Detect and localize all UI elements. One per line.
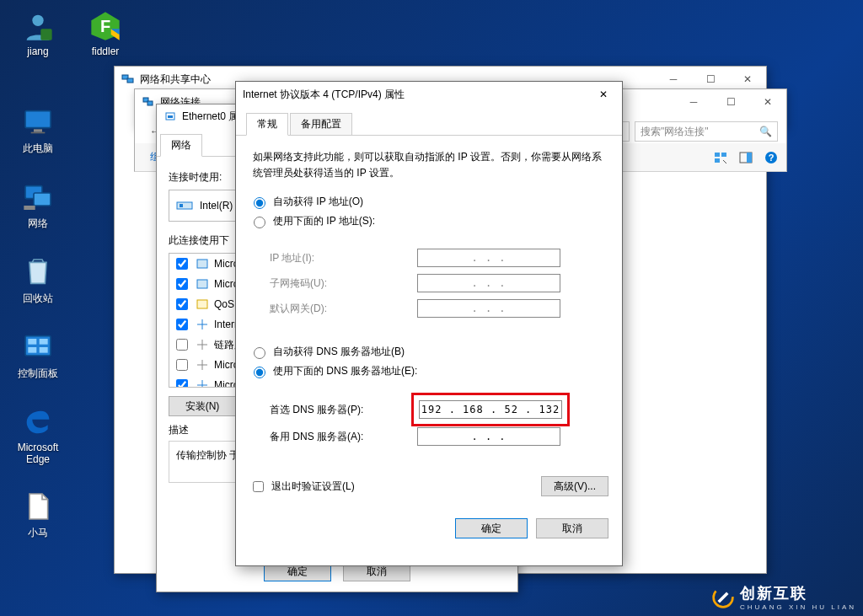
protocol-icon [196,297,209,311]
svg-rect-29 [168,115,173,118]
protocol-icon [196,338,209,351]
svg-rect-20 [147,101,153,105]
svg-rect-3 [34,129,42,131]
w2-maximize[interactable]: ☐ [712,89,749,115]
desktop-icon-edge[interactable]: Microsoft Edge [8,404,67,465]
protocol-icon [196,277,209,291]
protocol-icon [196,257,209,271]
tab-general[interactable]: 常规 [246,113,288,136]
protocol-icon [196,358,209,372]
watermark-title: 创新互联 [740,583,856,603]
network-conn-icon [142,95,155,109]
label-validate: 退出时验证设置(L) [271,479,355,494]
svg-text:F: F [100,17,110,35]
w2-close[interactable]: ✕ [749,89,786,115]
network-center-icon [121,72,135,86]
desktop-icon-file[interactable]: 小马 [8,489,67,540]
w3-title: Ethernet0 属 [182,110,239,124]
help-icon[interactable]: ? [764,151,778,164]
recycle-icon [21,255,55,289]
desktop-icons-col1: jiang 此电脑 网络 回收站 控制面板 Microsoft Edge 小马 [8,8,67,540]
checkbox-validate[interactable] [253,481,264,492]
w4-ok-button[interactable]: 确定 [455,518,528,538]
svg-rect-25 [747,153,752,163]
label-dns-auto: 自动获得 DNS 服务器地址(B) [273,345,405,359]
svg-rect-4 [31,132,46,134]
svg-rect-2 [25,111,51,128]
svg-rect-6 [34,193,51,206]
desktop-icon-network[interactable]: 网络 [8,179,67,231]
label-subnet: 子网掩码(U): [270,276,417,291]
fiddler-icon: F [88,9,122,43]
ip-info-text: 如果网络支持此功能，则可以获取自动指派的 IP 设置。否则，你需要从网络系统管理… [253,149,605,181]
svg-rect-11 [28,347,36,353]
svg-text:?: ? [769,153,775,163]
input-dns-alt[interactable]: . . . [417,427,560,446]
file-icon [21,490,55,523]
w4-titlebar[interactable]: Internet 协议版本 4 (TCP/IPv4) 属性 ✕ [236,82,622,107]
svg-rect-10 [40,339,48,345]
svg-rect-21 [715,153,720,157]
input-gateway: . . . [417,299,560,318]
input-subnet: . . . [417,274,560,292]
w2-minimize[interactable]: ─ [675,89,712,115]
w4-body: 如果网络支持此功能，则可以获取自动指派的 IP 设置。否则，你需要从网络系统管理… [236,136,622,552]
watermark: 创新互联 CHUANG XIN HU LIAN [711,583,856,611]
radio-dns-auto[interactable] [254,347,265,359]
svg-rect-12 [40,347,48,353]
svg-rect-31 [180,204,183,207]
w4-title: Internet 协议版本 4 (TCP/IPv4) 属性 [243,88,405,102]
w4-tabs: 常规 备用配置 [236,107,622,136]
dns-fields: 首选 DNS 服务器(P): 192 . 168 . 52 . 132 备用 D… [249,383,608,464]
label-gateway: 默认网关(D): [270,302,417,316]
svg-rect-7 [24,206,35,210]
desktop-icon-recycle[interactable]: 回收站 [8,254,67,306]
svg-rect-30 [177,202,192,209]
svg-point-0 [32,15,43,26]
label-dns-alt: 备用 DNS 服务器(A): [270,430,417,444]
label-ip-addr: IP 地址(I): [270,251,417,265]
view-icon[interactable] [714,151,727,164]
radio-ip-auto[interactable] [254,197,265,209]
advanced-button[interactable]: 高级(V)... [541,476,608,496]
w4-cancel-button[interactable]: 取消 [536,518,608,538]
w1-title: 网络和共享中心 [140,72,211,87]
desktop-icon-thispc[interactable]: 此电脑 [8,104,67,156]
svg-rect-34 [197,300,207,308]
preview-icon[interactable] [739,151,753,164]
ethernet-icon [163,110,177,123]
tab-network[interactable]: 网络 [160,134,202,157]
label-ip-auto: 自动获得 IP 地址(O) [273,195,363,209]
control-panel-icon [21,330,55,364]
label-ip-manual: 使用下面的 IP 地址(S): [273,214,375,228]
radio-ip-manual[interactable] [254,217,265,228]
search-box[interactable]: 搜索"网络连接" 🔍 [635,121,778,142]
radio-dns-manual[interactable] [254,367,265,378]
svg-rect-18 [127,78,133,83]
svg-rect-23 [715,158,720,163]
pc-icon [21,105,55,139]
edge-icon [21,405,55,439]
svg-rect-32 [197,260,207,268]
label-dns-manual: 使用下面的 DNS 服务器地址(E): [273,364,417,378]
adapter-name: Intel(R) [200,200,233,212]
search-placeholder: 搜索"网络连接" [641,125,709,139]
desc-label: 描述 [169,424,189,436]
svg-rect-33 [197,280,207,288]
adapter-icon [174,196,195,216]
network-icon [21,180,55,214]
desktop-icon-fiddler[interactable]: F fiddler [76,8,135,57]
input-dns-pref[interactable]: 192 . 168 . 52 . 132 [419,400,562,419]
label-dns-pref: 首选 DNS 服务器(P): [270,403,417,417]
install-button[interactable]: 安装(N) [169,396,236,416]
tab-alt-config[interactable]: 备用配置 [290,113,352,136]
user-icon [21,9,55,43]
watermark-icon [711,586,735,609]
svg-rect-1 [40,29,51,40]
w4-close[interactable]: ✕ [585,82,622,107]
input-ip-addr: . . . [417,249,560,267]
desktop-icon-control[interactable]: 控制面板 [8,329,67,381]
desktop-icon-user[interactable]: jiang [8,8,67,57]
svg-rect-22 [721,153,726,157]
protocol-icon [196,318,209,331]
